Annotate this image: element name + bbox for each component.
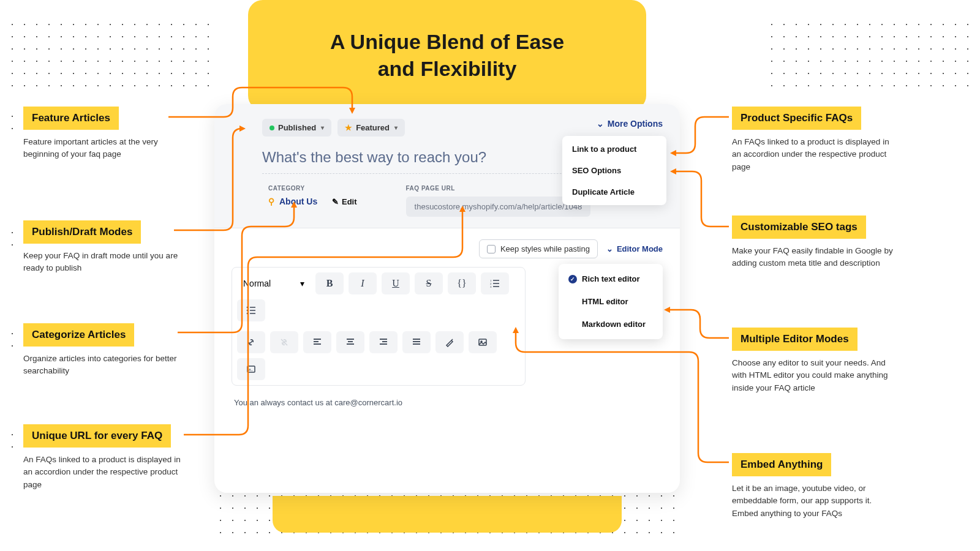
- format-select[interactable]: Normal▾: [237, 272, 311, 294]
- callout-feature-articles: Feature Articles Feature important artic…: [23, 107, 189, 161]
- bold-button[interactable]: B: [315, 272, 344, 294]
- footer-accent: [273, 496, 622, 533]
- align-right-button[interactable]: [369, 331, 398, 353]
- image-button[interactable]: [469, 331, 497, 353]
- caret-down-icon: ▾: [300, 279, 304, 288]
- keep-styles-checkbox[interactable]: Keep styles while pasting: [479, 239, 598, 258]
- embed-button[interactable]: #..: [237, 358, 265, 380]
- published-label: Published: [278, 123, 316, 132]
- chevron-down-icon: ⌄: [606, 244, 613, 253]
- pencil-icon: ✎: [332, 197, 339, 206]
- status-dot-icon: [270, 126, 274, 130]
- align-center-button[interactable]: [336, 331, 364, 353]
- menu-seo-options[interactable]: SEO Options: [562, 160, 666, 181]
- featured-label: Featured: [356, 123, 390, 132]
- chevron-down-icon: ▾: [321, 124, 324, 131]
- tag-icon: ⚲: [268, 197, 274, 206]
- editor-mode-rich[interactable]: ✓ Rich text editor: [559, 268, 663, 290]
- editor-mode-markdown[interactable]: Markdown editor: [559, 313, 663, 335]
- editor-body[interactable]: You an always contact us at care@cornerc…: [232, 386, 663, 419]
- checkbox-icon: [487, 245, 496, 253]
- callout-unique-url: Unique URL for every FAQ An FAQs linked …: [23, 424, 189, 491]
- hero-heading: A Unique Blend of Easeand Flexibility: [248, 0, 646, 110]
- underline-button[interactable]: U: [382, 272, 410, 294]
- italic-button[interactable]: I: [349, 272, 377, 294]
- check-icon: ✓: [568, 275, 577, 283]
- bullet-list-button[interactable]: [237, 299, 265, 321]
- editor-mode-button[interactable]: ⌄ Editor Mode: [606, 244, 663, 253]
- align-justify-button[interactable]: [402, 331, 431, 353]
- editor-section: Keep styles while pasting ⌄ Editor Mode …: [214, 228, 680, 430]
- editor-mode-menu: ✓ Rich text editor HTML editor Markdown …: [559, 264, 663, 339]
- faq-editor-card: Published ▾ ★ Featured ▾ ⌄ More Options …: [214, 104, 680, 493]
- callout-embed-anything: Embed Anything Let it be an image, youtu…: [732, 453, 897, 520]
- more-options-menu: Link to a product SEO Options Duplicate …: [562, 136, 666, 205]
- svg-point-8: [247, 313, 249, 315]
- callout-categorize: Categorize Articles Organize articles in…: [23, 323, 189, 378]
- more-options-button[interactable]: ⌄ More Options: [597, 119, 663, 129]
- link-button[interactable]: [237, 331, 265, 353]
- callout-product-faqs: Product Specific FAQs An FAQs linked to …: [732, 107, 897, 173]
- color-button[interactable]: [435, 331, 464, 353]
- svg-point-6: [247, 307, 249, 309]
- ordered-list-button[interactable]: 123: [481, 272, 509, 294]
- strike-button[interactable]: S: [415, 272, 443, 294]
- callout-publish-draft: Publish/Draft Modes Keep your FAQ in dra…: [23, 220, 189, 275]
- edit-category-button[interactable]: ✎ Edit: [332, 197, 357, 206]
- category-value: About Us: [279, 197, 317, 206]
- callout-editor-modes: Multiple Editor Modes Choose any editor …: [732, 328, 897, 394]
- code-button[interactable]: {}: [448, 272, 476, 294]
- editor-toolbar: Normal▾ B I U S {} 123: [232, 267, 526, 386]
- callout-seo-tags: Customizable SEO tags Make your FAQ easi…: [732, 216, 897, 270]
- menu-link-product[interactable]: Link to a product: [562, 138, 666, 160]
- align-left-button[interactable]: [303, 331, 331, 353]
- svg-text:3: 3: [490, 285, 492, 288]
- chevron-down-icon: ⌄: [597, 119, 604, 129]
- menu-duplicate[interactable]: Duplicate Article: [562, 181, 666, 203]
- featured-badge[interactable]: ★ Featured ▾: [337, 119, 405, 137]
- svg-point-7: [247, 310, 249, 312]
- unlink-button[interactable]: [270, 331, 298, 353]
- svg-text:#..: #..: [249, 367, 253, 372]
- chevron-down-icon: ▾: [394, 124, 398, 131]
- editor-mode-html[interactable]: HTML editor: [559, 290, 663, 313]
- published-badge[interactable]: Published ▾: [262, 119, 331, 137]
- star-icon: ★: [345, 123, 352, 132]
- category-label: CATEGORY: [268, 185, 357, 192]
- editor-header: Published ▾ ★ Featured ▾ ⌄ More Options …: [214, 104, 680, 228]
